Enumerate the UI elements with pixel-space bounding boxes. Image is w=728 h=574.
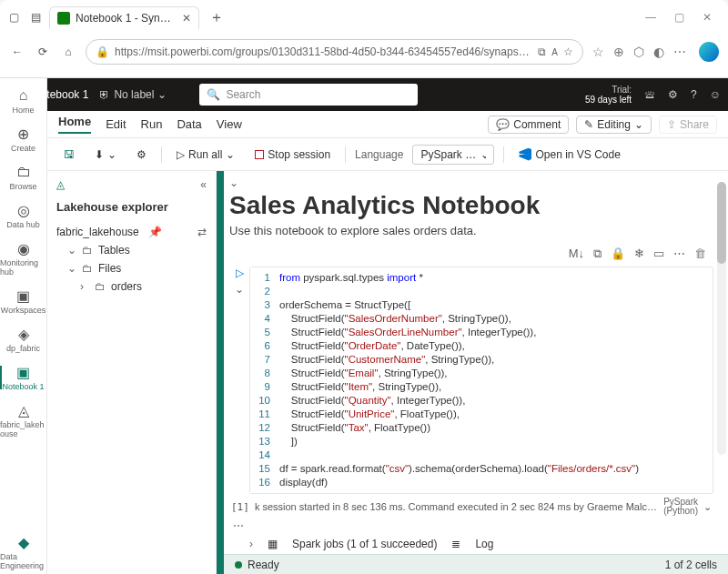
reader-icon[interactable]: A xyxy=(551,47,558,57)
notifications-icon[interactable]: 🛎 xyxy=(644,88,655,101)
save-button[interactable]: 🖫 xyxy=(58,146,80,164)
sync-icon[interactable]: ⇄ xyxy=(197,226,207,238)
collapse-explorer-icon[interactable]: « xyxy=(200,178,207,191)
nav-refresh-icon[interactable]: ⟳ xyxy=(35,44,51,60)
rail-data-engineering[interactable]: ◆Data Engineering xyxy=(0,530,46,574)
pin-icon[interactable]: 📌 xyxy=(148,226,162,238)
settings-button[interactable]: ⚙ xyxy=(131,146,152,164)
stop-session-button[interactable]: Stop session xyxy=(249,146,336,164)
editing-mode-button[interactable]: ✎Editing⌄ xyxy=(576,116,652,134)
address-bar[interactable]: 🔒 https://msit.powerbi.com/groups/0130d3… xyxy=(86,39,583,65)
site-lock-icon: 🔒 xyxy=(96,45,109,58)
rail-lakehouse[interactable]: ◬fabric_lakeh ouse xyxy=(0,398,46,442)
notebook-icon: ▣ xyxy=(15,364,32,380)
tree-files[interactable]: ⌄🗀Files xyxy=(56,259,207,277)
code-cell[interactable]: 12345678910111213141516 from pyspark.sql… xyxy=(249,267,713,494)
window-minimize-icon[interactable]: — xyxy=(645,11,656,24)
vertical-scrollbar[interactable] xyxy=(717,182,726,455)
comment-button[interactable]: 💬Comment xyxy=(488,116,569,134)
cell-freeze-icon[interactable]: ❄ xyxy=(634,247,644,261)
spark-jobs-link[interactable]: Spark jobs (1 of 1 succeeded) xyxy=(292,538,437,550)
scroll-thumb[interactable] xyxy=(717,182,726,264)
menu-edit[interactable]: Edit xyxy=(106,117,126,131)
menu-view[interactable]: View xyxy=(217,117,242,131)
home-icon: ⌂ xyxy=(15,87,32,104)
sensitivity-label[interactable]: ⛨ No label ⌄ xyxy=(99,88,167,101)
window-maximize-icon[interactable]: ▢ xyxy=(674,11,684,24)
copy-url-icon[interactable]: ⧉ xyxy=(538,45,546,58)
cell-chevron-icon[interactable]: ⌄ xyxy=(235,283,244,296)
rail-monitoring[interactable]: ◉Monitoring hub xyxy=(0,237,46,280)
run-all-button[interactable]: ▷Run all⌄ xyxy=(171,146,240,164)
download-button[interactable]: ⬇⌄ xyxy=(89,146,122,164)
cell-hide-icon[interactable]: ▭ xyxy=(653,247,664,261)
language-select[interactable]: PySpark (Pytho...⌄ xyxy=(412,145,494,165)
shield-icon: ⛨ xyxy=(99,88,110,101)
run-cell-icon[interactable]: ▷ xyxy=(236,267,244,279)
code-body[interactable]: from pyspark.sql.types import * orderSch… xyxy=(276,267,713,493)
markdown-toggle-icon[interactable]: M↓ xyxy=(569,247,584,261)
more-icon[interactable]: ⋯ xyxy=(673,45,686,59)
menu-run[interactable]: Run xyxy=(141,117,163,131)
vertical-tabs-icon[interactable]: ▤ xyxy=(27,9,44,25)
rail-data-hub[interactable]: ◎Data hub xyxy=(0,198,46,233)
chevron-down-icon[interactable]: ⌄ xyxy=(703,501,712,513)
rail-create[interactable]: ⊕Create xyxy=(0,122,46,156)
cell-delete-icon[interactable]: 🗑 xyxy=(694,247,706,261)
browser-chrome: ▢ ▤ Notebook 1 - Synapse Data Eng ✕ ＋ — … xyxy=(0,0,728,78)
browse-icon: 🗀 xyxy=(15,164,32,180)
cell-copy-icon[interactable]: ⧉ xyxy=(593,247,602,261)
collapse-cell-icon[interactable]: ⌄ xyxy=(229,176,238,189)
profile-icon[interactable]: ◐ xyxy=(653,45,664,59)
browser-tab[interactable]: Notebook 1 - Synapse Data Eng ✕ xyxy=(49,6,199,29)
chevron-right-icon: › xyxy=(80,280,89,293)
cell-more-icon[interactable]: ⋯ xyxy=(673,247,685,261)
menu-data[interactable]: Data xyxy=(177,117,201,131)
trial-status: Trial: 59 days left xyxy=(585,85,632,105)
rail-notebook[interactable]: ▣Notebook 1 xyxy=(0,360,46,395)
cell-gutter xyxy=(217,171,224,574)
rail-dp-fabric[interactable]: ◈dp_fabric xyxy=(0,322,46,357)
cell-toolbar: M↓ ⧉ 🔒 ❄ ▭ ⋯ 🗑 xyxy=(229,245,713,263)
comment-icon: 💬 xyxy=(496,118,510,131)
expand-output-icon[interactable]: › xyxy=(249,538,253,550)
lakehouse-icon: ◬ xyxy=(15,402,32,418)
lakehouse-glyph-icon: ◬ xyxy=(56,178,65,191)
favorite-icon[interactable]: ☆ xyxy=(563,45,573,58)
collections-icon[interactable]: ⊕ xyxy=(613,45,624,59)
menu-home[interactable]: Home xyxy=(58,115,91,134)
share-button[interactable]: ⇪Share xyxy=(659,116,717,134)
help-icon[interactable]: ? xyxy=(691,88,697,101)
bing-icon[interactable] xyxy=(699,42,719,62)
favorites-bar-icon[interactable]: ☆ xyxy=(592,45,604,59)
feedback-icon[interactable]: ☺ xyxy=(710,88,721,101)
output-more-icon[interactable]: ⋯ xyxy=(229,519,713,532)
notebook-canvas: ⌄ Sales Analytics Notebook Use this note… xyxy=(224,171,728,574)
window-close-icon[interactable]: ✕ xyxy=(703,11,712,24)
cell-lock-icon[interactable]: 🔒 xyxy=(611,247,625,261)
tree-orders[interactable]: ›🗀orders xyxy=(56,277,207,296)
vscode-icon xyxy=(519,148,531,161)
tree-tables[interactable]: ⌄🗀Tables xyxy=(56,241,207,259)
extensions-icon[interactable]: ⬡ xyxy=(633,45,644,59)
rail-browse[interactable]: 🗀Browse xyxy=(0,160,46,195)
chevron-down-icon: ⌄ xyxy=(157,88,167,101)
rail-home[interactable]: ⌂Home xyxy=(0,84,46,118)
chevron-down-icon: ⌄ xyxy=(107,148,116,161)
nav-home-icon[interactable]: ⌂ xyxy=(60,44,76,60)
search-icon: 🔍 xyxy=(207,88,220,101)
settings-gear-icon[interactable]: ⚙ xyxy=(668,88,678,101)
search-input[interactable]: 🔍 Search xyxy=(199,84,418,106)
cell-output-status: [1] k session started in 8 sec 136 ms. C… xyxy=(229,494,713,519)
log-link[interactable]: Log xyxy=(475,538,493,550)
open-vscode-button[interactable]: Open in VS Code xyxy=(513,146,625,164)
favicon xyxy=(57,12,70,25)
new-tab-button[interactable]: ＋ xyxy=(205,5,228,29)
tab-actions-icon[interactable]: ▢ xyxy=(5,9,22,25)
data-eng-icon: ◆ xyxy=(15,534,32,550)
lakehouse-root[interactable]: fabric_lakehouse 📌 ⇄ xyxy=(56,223,207,241)
nav-back-icon[interactable]: ← xyxy=(9,44,25,60)
status-ready: Ready xyxy=(248,559,279,571)
close-tab-icon[interactable]: ✕ xyxy=(182,12,191,25)
rail-workspaces[interactable]: ▣Workspaces xyxy=(0,284,46,318)
